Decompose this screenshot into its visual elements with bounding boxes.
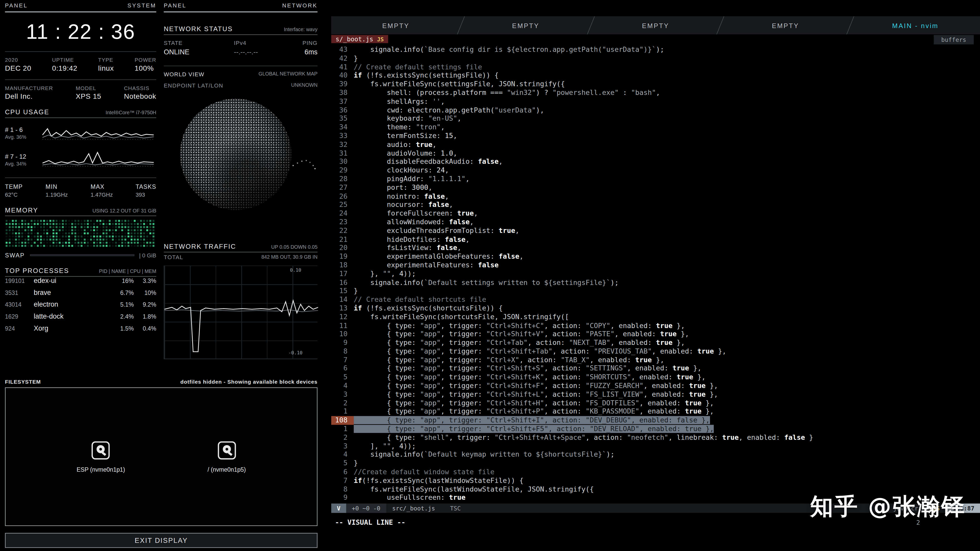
traffic-title: NETWORK TRAFFIC [164,242,236,250]
disk-esp[interactable]: ESP (nvme0n1p1) [76,441,125,473]
terminal-tab-empty-4[interactable]: EMPTY [721,16,850,35]
system-panel-header: PANEL SYSTEM [5,3,156,13]
code-line[interactable]: 108 { type: "app", trigger: "Ctrl+Shift+… [331,416,980,425]
chassis-label: CHASSIS [124,85,156,91]
min-stat: MIN 1.19GHz [46,183,68,198]
code-line[interactable]: 24 forceFullscreen: true, [331,210,980,218]
code-line[interactable]: 26 nointro: false, [331,192,980,201]
code-line[interactable]: 8 { type: "app", trigger: "Ctrl+Shift+Ta… [331,347,980,356]
code-line[interactable]: 10 { type: "app", trigger: "Ctrl+Shift+V… [331,330,980,339]
code-line[interactable]: 39 fs.writeFileSync(settingsFile, JSON.s… [331,80,980,89]
code-line[interactable]: 1 { type: "app", trigger: "Ctrl+Shift+F5… [331,425,980,433]
code-line[interactable]: 4 { type: "app", trigger: "Ctrl+Shift+F"… [331,382,980,391]
code-line[interactable]: 36 cwd: electron.app.getPath("userData")… [331,106,980,114]
code-line[interactable]: 31 audioVolume: 1.0, [331,149,980,158]
code-line[interactable]: 12 fs.writeFileSync(shortcutsFile, JSON.… [331,313,980,321]
code-line[interactable]: 37 shellArgs: '', [331,97,980,106]
code-line[interactable]: 11 { type: "app", trigger: "Ctrl+Shift+C… [331,321,980,330]
code-line[interactable]: 27 port: 3000, [331,183,980,192]
process-table: 199101edex-ui16%3.3%3531brave6.7%10%4301… [5,277,156,336]
code-line[interactable]: 3 ], "", 4)); [331,442,980,451]
network-panel: PANEL NETWORK NETWORK STATUS Interface: … [164,3,318,222]
code-line[interactable]: 7if(!fs.existsSync(lastWindowStateFile))… [331,476,980,485]
line-number: 38 [331,89,354,97]
code-line[interactable]: 7 { type: "app", trigger: "Ctrl+X", acti… [331,356,980,365]
code-line[interactable]: 5} [331,459,980,468]
buffer-file-tab[interactable]: s/_boot.js JS [331,35,388,43]
traffic-total-label: TOTAL [164,254,183,260]
buffers-button[interactable]: buffers [934,35,974,44]
disk-label: / (nvme0n1p5) [207,466,246,473]
max-stat: MAX 1.47GHz [91,183,113,198]
code-line[interactable]: 20 fsListView: false, [331,244,980,252]
type-value: linux [98,64,114,72]
code-line[interactable]: 38 shell: (process.platform === "win32")… [331,89,980,97]
code-line[interactable]: 4 signale.info(`Default keymap written t… [331,451,980,459]
process-row: 924Xorg1.5%0.4% [5,324,156,336]
code-line[interactable]: 30 disableFeedbackAudio: false, [331,158,980,166]
cpu-group2-avg: Avg. 34% [5,161,40,167]
process-pid: 43014 [5,301,34,308]
code-line[interactable]: 28 pingAddr: "1.1.1.1", [331,175,980,184]
code-line[interactable]: 34 theme: "tron", [331,123,980,132]
code-line[interactable]: 25 nocursor: false, [331,201,980,210]
process-mem: 9.2% [134,301,156,308]
line-number: 3 [331,390,354,399]
filesystem-title: FILESYSTEM [5,379,41,385]
exit-display-button[interactable]: EXIT DISPLAY [5,533,318,548]
code-line[interactable]: 6 { type: "app", trigger: "Ctrl+Shift+S"… [331,365,980,373]
code-line[interactable]: 6//Create default window state file [331,468,980,476]
edex-ui-screen: PANEL SYSTEM 11 : 22 : 36 2020 DEC 20 UP… [0,0,980,551]
code-line[interactable]: 23 allowWindowed: false, [331,218,980,227]
terminal-tab-empty-2[interactable]: EMPTY [461,16,590,35]
code-line[interactable]: 3 { type: "app", trigger: "Ctrl+Shift+L"… [331,390,980,399]
temp-label: TEMP [5,183,23,190]
line-number: 37 [331,97,354,106]
code-line[interactable]: 13if (!fs.existsSync(shortcutsFile)) { [331,304,980,313]
code-line[interactable]: 29 clockHours: 24, [331,166,980,175]
code-line[interactable]: 14// Create default shortcuts file [331,295,980,304]
code-line[interactable]: 2 { type: "app", trigger: "Ctrl+Shift+H"… [331,399,980,408]
line-number: 2 [331,399,354,408]
code-line[interactable]: 40if (!fs.existsSync(settingsFile)) { [331,71,980,80]
network-status-header: NETWORK STATUS Interface: wavy [164,25,318,35]
code-line[interactable]: 18 experimentalFeatures: false [331,261,980,270]
swap-row: SWAP | 0 GiB [5,252,156,259]
code-line[interactable]: 35 keyboard: "en-US", [331,114,980,123]
code-line[interactable]: 5 { type: "app", trigger: "Ctrl+Shift+K"… [331,373,980,382]
process-pid: 924 [5,325,34,332]
code-line[interactable]: 43 signale.info(`Base config dir is ${el… [331,46,980,54]
code-line[interactable]: 1 { type: "app", trigger: "Ctrl+Shift+P"… [331,408,980,416]
power-label: POWER [135,57,156,63]
terminal-tab-empty-3[interactable]: EMPTY [591,16,720,35]
terminal-tab-empty-1[interactable]: EMPTY [331,16,460,35]
line-number: 19 [331,252,354,261]
traffic-total-value: 842 MB OUT, 30.9 GB IN [261,254,318,260]
code-line[interactable]: 2 { type: "shell", trigger: "Ctrl+Shift+… [331,433,980,442]
filesystem-box: ESP (nvme0n1p1) / (nvme0n1p5) [5,387,318,526]
code-line[interactable]: 41// Create default settings file [331,63,980,71]
line-number: 7 [331,356,354,365]
line-number: 43 [331,46,354,54]
manufacturer-cell: MANUFACTURER Dell Inc. [5,85,53,100]
world-view-header: WORLD VIEW GLOBAL NETWORK MAP [164,65,318,78]
code-line[interactable]: 16 signale.info(`Default settings writte… [331,278,980,287]
process-cpu: 5.1% [107,301,134,308]
line-number: 28 [331,175,354,184]
ipv4-value: --.--.--.-- [234,48,258,56]
line-number: 14 [331,295,354,304]
terminal-tab-main[interactable]: MAIN - nvim [851,16,980,35]
code-line[interactable]: 17 }, "", 4)); [331,270,980,278]
code-line[interactable]: 33 termFontSize: 15, [331,132,980,141]
code-line[interactable]: 19 experimentalGlobeFeatures: false, [331,252,980,261]
endpoint-row: ENDPOINT LAT/LON UNKNOWN [164,83,318,89]
code-line[interactable]: 15} [331,287,980,295]
line-number: 1 [331,408,354,416]
code-line[interactable]: 22 excludeThreadsFromToplist: true, [331,227,980,235]
code-line[interactable]: 42} [331,54,980,63]
disk-root[interactable]: / (nvme0n1p5) [207,441,246,473]
terminal-area: EMPTYEMPTYEMPTYEMPTYMAIN - nvim s/_boot.… [331,0,980,551]
code-line[interactable]: 9 { type: "app", trigger: "Ctrl+Tab", ac… [331,339,980,348]
code-line[interactable]: 32 audio: true, [331,140,980,149]
code-line[interactable]: 21 hideDotfiles: false, [331,235,980,244]
